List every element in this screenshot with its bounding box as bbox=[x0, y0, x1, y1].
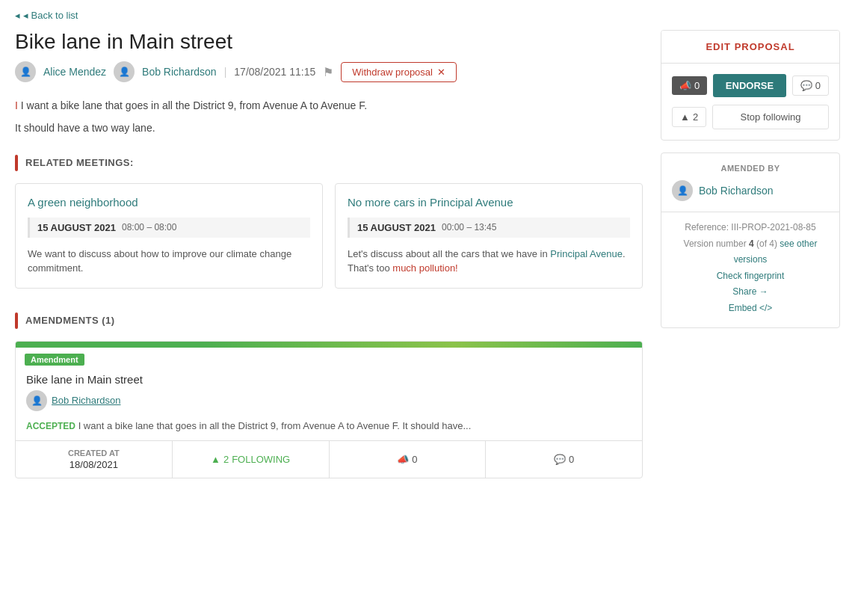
votes-count: 📣 0 bbox=[397, 454, 417, 465]
share-label: Share bbox=[732, 286, 756, 297]
amendment-progress-bar bbox=[16, 342, 642, 348]
endorse-count-box: 📣 0 bbox=[672, 76, 707, 95]
follow-count: 2 bbox=[693, 111, 698, 123]
follow-row: ▲ 2 Stop following bbox=[672, 105, 829, 129]
meta-divider: | bbox=[224, 66, 227, 78]
edit-proposal-card: EDIT PROPOSAL 📣 0 ENDORSE 💬 0 bbox=[661, 30, 840, 141]
accepted-badge: ACCEPTED bbox=[26, 421, 75, 431]
following-number: 2 bbox=[223, 454, 229, 465]
version-text: Version number 4 (of 4) see other versio… bbox=[672, 236, 829, 268]
flag-icon: ⚑ bbox=[323, 65, 333, 79]
amendment-author-avatar: 👤 bbox=[26, 390, 47, 411]
sidebar: EDIT PROPOSAL 📣 0 ENDORSE 💬 0 bbox=[661, 30, 840, 340]
amendment-comments: 💬 0 bbox=[486, 441, 642, 478]
meetings-grid: A green neighborhood 15 August 2021 08:0… bbox=[15, 183, 643, 289]
comment-icon: 💬 bbox=[800, 80, 812, 91]
amendments-header: AMENDMENTS (1) bbox=[15, 312, 643, 329]
withdraw-proposal-button[interactable]: Withdraw proposal ✕ bbox=[341, 62, 457, 82]
amendment-created-at: CREATED AT 18/08/2021 bbox=[16, 441, 173, 478]
author1-avatar: 👤 bbox=[15, 61, 36, 82]
author1-link[interactable]: Alice Mendez bbox=[43, 66, 106, 78]
amendment-status-badge: Amendment bbox=[25, 354, 84, 366]
comments-number: 0 bbox=[569, 454, 574, 465]
following-count: ▲ 2 FOLLOWING bbox=[211, 454, 290, 465]
reference-text: Reference: III-PROP-2021-08-85 bbox=[672, 220, 829, 236]
proposal-body: I I want a bike lane that goes in all th… bbox=[15, 97, 643, 137]
endorse-row: 📣 0 ENDORSE 💬 0 bbox=[672, 74, 829, 97]
embed-link[interactable]: Embed </> bbox=[729, 303, 773, 313]
section-border-meetings bbox=[15, 155, 18, 171]
meeting-2-title[interactable]: No more cars in Principal Avenue bbox=[348, 196, 630, 209]
share-link[interactable]: Share → bbox=[732, 286, 768, 297]
version-number: 4 bbox=[749, 238, 754, 249]
edit-proposal-button[interactable]: EDIT PROPOSAL bbox=[661, 31, 839, 64]
stop-following-button[interactable]: Stop following bbox=[712, 105, 829, 129]
vote-section: 📣 0 ENDORSE 💬 0 ▲ 2 bbox=[661, 64, 839, 140]
amendment-author-link[interactable]: Bob Richardson bbox=[52, 395, 121, 406]
fingerprint-row: Check fingerprint bbox=[672, 268, 829, 285]
meeting-card-2: No more cars in Principal Avenue 15 Augu… bbox=[335, 183, 643, 289]
follow-arrow-icon: ▲ bbox=[680, 111, 690, 123]
body-line1: I want a bike lane that goes in all the … bbox=[21, 99, 367, 111]
share-row: Share → bbox=[672, 284, 829, 301]
created-at-value: 18/08/2021 bbox=[70, 459, 118, 470]
proposal-title: Bike lane in Main street bbox=[15, 30, 643, 54]
amended-by-card: AMENDED BY 👤 Bob Richardson Reference: I… bbox=[661, 153, 840, 328]
author2-link[interactable]: Bob Richardson bbox=[142, 66, 217, 78]
section-border-amendments bbox=[15, 312, 18, 329]
version-of: (of 4) bbox=[756, 238, 777, 249]
amended-author-link[interactable]: Bob Richardson bbox=[699, 185, 774, 197]
endorse-button[interactable]: ENDORSE bbox=[713, 74, 786, 97]
back-label: ◂ Back to list bbox=[23, 10, 78, 21]
amendments-section-title: AMENDMENTS (1) bbox=[25, 315, 115, 326]
meeting-1-time: 08:00 – 08:00 bbox=[122, 222, 176, 232]
follow-count-box: ▲ 2 bbox=[672, 107, 706, 127]
amendments-section: AMENDMENTS (1) Amendment Bike lane in Ma… bbox=[15, 312, 643, 479]
meta-info: Reference: III-PROP-2021-08-85 Version n… bbox=[661, 212, 839, 327]
embed-brackets-icon: </> bbox=[759, 303, 772, 313]
endorse-count: 0 bbox=[694, 80, 700, 91]
amended-by-label: AMENDED BY bbox=[672, 164, 829, 173]
meetings-section-title: RELATED MEETINGS: bbox=[25, 157, 134, 168]
amendment-card: Amendment Bike lane in Main street 👤 Bob… bbox=[15, 341, 643, 479]
meeting-1-date-row: 15 August 2021 08:00 – 08:00 bbox=[28, 218, 310, 238]
embed-label: Embed bbox=[729, 303, 757, 313]
comment-count-box: 💬 0 bbox=[792, 76, 829, 96]
amended-author-avatar: 👤 bbox=[672, 180, 693, 201]
withdraw-label: Withdraw proposal bbox=[352, 67, 433, 78]
meeting-2-time: 00:00 – 13:45 bbox=[442, 222, 496, 232]
meeting-card-1: A green neighborhood 15 August 2021 08:0… bbox=[15, 183, 323, 289]
version-label: Version number bbox=[684, 238, 747, 249]
meeting-1-date: 15 August 2021 bbox=[37, 222, 116, 233]
back-to-list-link[interactable]: ◂ ◂ Back to list bbox=[15, 10, 78, 21]
amendment-title: Bike lane in Main street bbox=[26, 373, 632, 386]
amendment-footer: CREATED AT 18/08/2021 ▲ 2 FOLLOWING 📣 0 bbox=[16, 440, 642, 478]
proposal-timestamp: 17/08/2021 11:15 bbox=[234, 66, 315, 78]
amendment-text: ACCEPTED I want a bike lane that goes in… bbox=[26, 419, 632, 441]
comment-count: 0 bbox=[815, 80, 821, 91]
comments-count: 💬 0 bbox=[554, 454, 574, 465]
amended-author-row: 👤 Bob Richardson bbox=[672, 180, 829, 201]
embed-row: Embed </> bbox=[672, 301, 829, 317]
amendment-votes: 📣 0 bbox=[330, 441, 487, 478]
meeting-2-date-row: 15 August 2021 00:00 – 13:45 bbox=[348, 218, 630, 238]
proposal-meta: 👤 Alice Mendez 👤 Bob Richardson | 17/08/… bbox=[15, 61, 643, 82]
following-label: FOLLOWING bbox=[232, 454, 290, 465]
votes-number: 0 bbox=[412, 454, 417, 465]
body-line2: It should have a two way lane. bbox=[15, 120, 643, 136]
close-icon: ✕ bbox=[437, 67, 445, 78]
amended-by-section: AMENDED BY 👤 Bob Richardson bbox=[661, 153, 839, 212]
amendment-author-row: 👤 Bob Richardson bbox=[26, 390, 632, 411]
meeting-2-date: 15 August 2021 bbox=[357, 222, 436, 233]
created-at-label: CREATED AT bbox=[68, 449, 120, 458]
meeting-1-title[interactable]: A green neighborhood bbox=[28, 196, 310, 209]
related-meetings-header: RELATED MEETINGS: bbox=[15, 155, 643, 171]
meeting-2-desc: Let's discuss about all the cars that we… bbox=[348, 247, 630, 276]
megaphone-icon: 📣 bbox=[679, 80, 691, 91]
share-arrow-icon: → bbox=[759, 286, 768, 297]
check-fingerprint-link[interactable]: Check fingerprint bbox=[717, 271, 785, 281]
back-arrow-icon: ◂ bbox=[15, 10, 20, 21]
meeting-1-desc: We want to discuss about how to improve … bbox=[28, 247, 310, 276]
amendment-body: Bike lane in Main street 👤 Bob Richardso… bbox=[16, 366, 642, 441]
author2-avatar: 👤 bbox=[114, 61, 135, 82]
